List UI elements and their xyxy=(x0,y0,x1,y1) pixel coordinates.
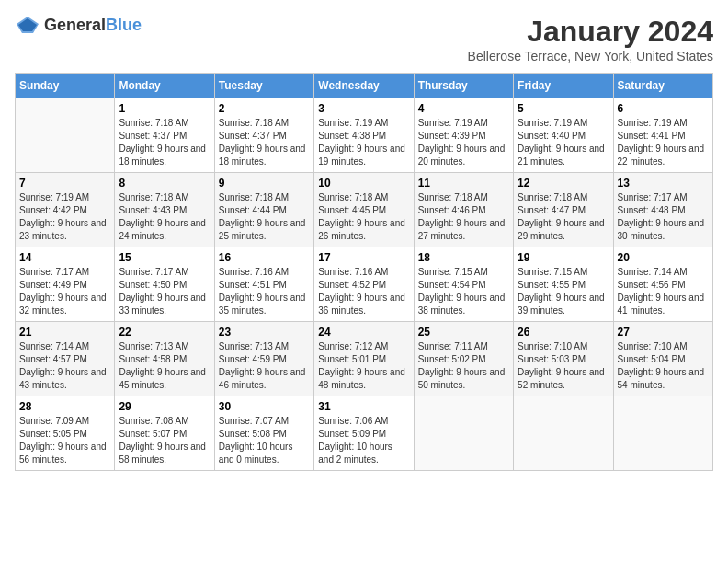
day-number: 29 xyxy=(119,400,210,413)
day-number: 1 xyxy=(119,102,210,115)
weekday-header: Sunday xyxy=(16,74,115,98)
weekday-header: Saturday xyxy=(613,74,712,98)
title-block: January 2024 Bellerose Terrace, New York… xyxy=(468,15,713,63)
day-number: 20 xyxy=(618,251,709,264)
day-info: Sunrise: 7:17 AMSunset: 4:50 PMDaylight:… xyxy=(119,266,210,317)
calendar-week-row: 21Sunrise: 7:14 AMSunset: 4:57 PMDayligh… xyxy=(16,322,713,396)
day-number: 21 xyxy=(19,326,110,339)
day-number: 30 xyxy=(219,400,310,413)
calendar-cell: 29Sunrise: 7:08 AMSunset: 5:07 PMDayligh… xyxy=(115,396,214,471)
page-header: GeneralBlue January 2024 Bellerose Terra… xyxy=(15,15,713,63)
day-number: 26 xyxy=(518,326,609,339)
calendar-cell: 20Sunrise: 7:14 AMSunset: 4:56 PMDayligh… xyxy=(613,247,712,322)
weekday-header: Friday xyxy=(514,74,613,98)
calendar-week-row: 14Sunrise: 7:17 AMSunset: 4:49 PMDayligh… xyxy=(16,247,713,322)
calendar-cell: 30Sunrise: 7:07 AMSunset: 5:08 PMDayligh… xyxy=(214,396,313,471)
calendar-cell: 5Sunrise: 7:19 AMSunset: 4:40 PMDaylight… xyxy=(514,98,613,173)
calendar-cell: 11Sunrise: 7:18 AMSunset: 4:46 PMDayligh… xyxy=(414,173,513,247)
calendar-cell: 2Sunrise: 7:18 AMSunset: 4:37 PMDaylight… xyxy=(214,98,313,173)
calendar-cell: 23Sunrise: 7:13 AMSunset: 4:59 PMDayligh… xyxy=(214,322,313,396)
weekday-header: Wednesday xyxy=(314,74,414,98)
day-number: 23 xyxy=(219,326,310,339)
weekday-header: Monday xyxy=(115,74,214,98)
calendar-cell: 8Sunrise: 7:18 AMSunset: 4:43 PMDaylight… xyxy=(115,173,214,247)
day-number: 16 xyxy=(219,251,310,264)
day-info: Sunrise: 7:13 AMSunset: 4:59 PMDaylight:… xyxy=(219,340,310,392)
day-info: Sunrise: 7:18 AMSunset: 4:44 PMDaylight:… xyxy=(219,191,310,243)
day-number: 24 xyxy=(318,326,409,339)
day-number: 3 xyxy=(318,102,409,115)
calendar-cell: 17Sunrise: 7:16 AMSunset: 4:52 PMDayligh… xyxy=(314,247,414,322)
day-info: Sunrise: 7:18 AMSunset: 4:37 PMDaylight:… xyxy=(219,117,310,168)
day-number: 28 xyxy=(19,400,110,413)
calendar-cell: 27Sunrise: 7:10 AMSunset: 5:04 PMDayligh… xyxy=(613,322,712,396)
day-info: Sunrise: 7:12 AMSunset: 5:01 PMDaylight:… xyxy=(318,340,409,392)
day-number: 12 xyxy=(518,177,609,190)
day-info: Sunrise: 7:06 AMSunset: 5:09 PMDaylight:… xyxy=(318,415,409,466)
day-info: Sunrise: 7:18 AMSunset: 4:37 PMDaylight:… xyxy=(119,117,210,168)
day-number: 2 xyxy=(219,102,310,115)
logo-general: General xyxy=(44,16,106,34)
day-number: 22 xyxy=(119,326,210,339)
calendar-week-row: 7Sunrise: 7:19 AMSunset: 4:42 PMDaylight… xyxy=(16,173,713,247)
logo-icon xyxy=(15,15,40,35)
calendar-cell: 22Sunrise: 7:13 AMSunset: 4:58 PMDayligh… xyxy=(115,322,214,396)
day-number: 11 xyxy=(418,177,509,190)
day-info: Sunrise: 7:18 AMSunset: 4:43 PMDaylight:… xyxy=(119,191,210,243)
day-info: Sunrise: 7:08 AMSunset: 5:07 PMDaylight:… xyxy=(119,415,210,466)
day-info: Sunrise: 7:18 AMSunset: 4:45 PMDaylight:… xyxy=(318,191,409,243)
logo-text: GeneralBlue xyxy=(44,16,142,35)
calendar-cell xyxy=(414,396,513,471)
calendar-header-row: SundayMondayTuesdayWednesdayThursdayFrid… xyxy=(16,74,713,98)
calendar-cell: 10Sunrise: 7:18 AMSunset: 4:45 PMDayligh… xyxy=(314,173,414,247)
calendar-cell: 24Sunrise: 7:12 AMSunset: 5:01 PMDayligh… xyxy=(314,322,414,396)
day-info: Sunrise: 7:16 AMSunset: 4:52 PMDaylight:… xyxy=(318,266,409,317)
calendar-cell: 4Sunrise: 7:19 AMSunset: 4:39 PMDaylight… xyxy=(414,98,513,173)
day-info: Sunrise: 7:17 AMSunset: 4:48 PMDaylight:… xyxy=(618,191,709,243)
day-info: Sunrise: 7:10 AMSunset: 5:03 PMDaylight:… xyxy=(518,340,609,392)
day-number: 31 xyxy=(318,400,409,413)
calendar-cell: 12Sunrise: 7:18 AMSunset: 4:47 PMDayligh… xyxy=(514,173,613,247)
logo-blue: Blue xyxy=(106,16,142,34)
location-title: Bellerose Terrace, New York, United Stat… xyxy=(468,49,713,63)
calendar-week-row: 1Sunrise: 7:18 AMSunset: 4:37 PMDaylight… xyxy=(16,98,713,173)
day-info: Sunrise: 7:18 AMSunset: 4:47 PMDaylight:… xyxy=(518,191,609,243)
logo: GeneralBlue xyxy=(15,15,142,35)
calendar-cell: 25Sunrise: 7:11 AMSunset: 5:02 PMDayligh… xyxy=(414,322,513,396)
calendar-cell xyxy=(514,396,613,471)
calendar-cell xyxy=(613,396,712,471)
day-info: Sunrise: 7:13 AMSunset: 4:58 PMDaylight:… xyxy=(119,340,210,392)
calendar-cell: 28Sunrise: 7:09 AMSunset: 5:05 PMDayligh… xyxy=(16,396,115,471)
day-info: Sunrise: 7:11 AMSunset: 5:02 PMDaylight:… xyxy=(418,340,509,392)
calendar-cell: 21Sunrise: 7:14 AMSunset: 4:57 PMDayligh… xyxy=(16,322,115,396)
calendar-cell: 18Sunrise: 7:15 AMSunset: 4:54 PMDayligh… xyxy=(414,247,513,322)
day-info: Sunrise: 7:18 AMSunset: 4:46 PMDaylight:… xyxy=(418,191,509,243)
day-number: 14 xyxy=(19,251,110,264)
weekday-header: Thursday xyxy=(414,74,513,98)
day-number: 7 xyxy=(19,177,110,190)
day-info: Sunrise: 7:19 AMSunset: 4:40 PMDaylight:… xyxy=(518,117,609,168)
day-info: Sunrise: 7:09 AMSunset: 5:05 PMDaylight:… xyxy=(19,415,110,466)
day-info: Sunrise: 7:17 AMSunset: 4:49 PMDaylight:… xyxy=(19,266,110,317)
calendar-cell xyxy=(16,98,115,173)
calendar-cell: 19Sunrise: 7:15 AMSunset: 4:55 PMDayligh… xyxy=(514,247,613,322)
calendar-cell: 1Sunrise: 7:18 AMSunset: 4:37 PMDaylight… xyxy=(115,98,214,173)
calendar-cell: 6Sunrise: 7:19 AMSunset: 4:41 PMDaylight… xyxy=(613,98,712,173)
day-info: Sunrise: 7:19 AMSunset: 4:38 PMDaylight:… xyxy=(318,117,409,168)
calendar-cell: 3Sunrise: 7:19 AMSunset: 4:38 PMDaylight… xyxy=(314,98,414,173)
calendar-cell: 14Sunrise: 7:17 AMSunset: 4:49 PMDayligh… xyxy=(16,247,115,322)
day-number: 5 xyxy=(518,102,609,115)
day-info: Sunrise: 7:07 AMSunset: 5:08 PMDaylight:… xyxy=(219,415,310,466)
day-info: Sunrise: 7:19 AMSunset: 4:39 PMDaylight:… xyxy=(418,117,509,168)
day-number: 10 xyxy=(318,177,409,190)
day-info: Sunrise: 7:16 AMSunset: 4:51 PMDaylight:… xyxy=(219,266,310,317)
day-info: Sunrise: 7:10 AMSunset: 5:04 PMDaylight:… xyxy=(618,340,709,392)
day-number: 13 xyxy=(618,177,709,190)
day-info: Sunrise: 7:15 AMSunset: 4:54 PMDaylight:… xyxy=(418,266,509,317)
calendar-cell: 31Sunrise: 7:06 AMSunset: 5:09 PMDayligh… xyxy=(314,396,414,471)
day-info: Sunrise: 7:19 AMSunset: 4:41 PMDaylight:… xyxy=(618,117,709,168)
day-info: Sunrise: 7:19 AMSunset: 4:42 PMDaylight:… xyxy=(19,191,110,243)
calendar-table: SundayMondayTuesdayWednesdayThursdayFrid… xyxy=(15,73,713,471)
day-number: 9 xyxy=(219,177,310,190)
day-info: Sunrise: 7:15 AMSunset: 4:55 PMDaylight:… xyxy=(518,266,609,317)
